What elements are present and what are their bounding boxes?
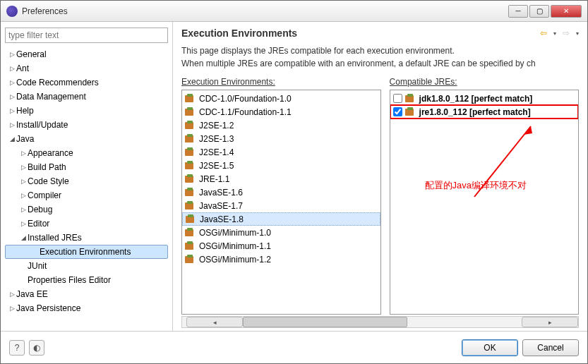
env-row[interactable]: JavaSE-1.6 — [182, 186, 380, 199]
collapse-icon[interactable]: ◢ — [19, 234, 28, 241]
back-menu-icon[interactable]: ▾ — [553, 30, 556, 37]
env-row[interactable]: J2SE-1.3 — [182, 132, 380, 145]
tree-item-build-path[interactable]: ▷Build Path — [5, 160, 168, 174]
library-icon — [185, 107, 196, 117]
jre-icon — [405, 107, 416, 117]
tree-item-help[interactable]: ▷Help — [5, 104, 168, 118]
tree-item-compiler[interactable]: ▷Compiler — [5, 188, 168, 202]
env-label: OSGi/Minimum-1.1 — [199, 241, 271, 251]
tree-item-appearance[interactable]: ▷Appearance — [5, 146, 168, 160]
tree-item-install-update[interactable]: ▷Install/Update — [5, 118, 168, 132]
env-row[interactable]: CDC-1.0/Foundation-1.0 — [182, 92, 380, 105]
env-row[interactable]: OSGi/Minimum-1.2 — [182, 253, 380, 266]
expand-icon[interactable]: ▷ — [8, 93, 16, 100]
tree-item-label: Install/Update — [16, 120, 68, 130]
tree-item-editor[interactable]: ▷Editor — [5, 217, 168, 231]
titlebar[interactable]: Preferences ─ ▢ ✕ — [1, 1, 587, 22]
env-label: JavaSE-1.8 — [200, 214, 244, 224]
tree-item-debug[interactable]: ▷Debug — [5, 202, 168, 217]
tree-item-java-ee[interactable]: ▷Java EE — [5, 287, 168, 301]
expand-icon[interactable]: ▷ — [8, 79, 16, 86]
expand-icon[interactable]: ▷ — [19, 178, 28, 185]
jre-row[interactable]: jdk1.8.0_112 [perfect match] — [390, 92, 578, 105]
expand-icon[interactable]: ▷ — [8, 305, 16, 312]
page-title: Execution Environments — [181, 28, 538, 39]
tree-item-ant[interactable]: ▷Ant — [5, 61, 168, 75]
tree-item-label: Java — [16, 134, 34, 144]
expand-icon[interactable]: ▷ — [19, 206, 28, 213]
back-icon[interactable]: ⇦ — [538, 28, 549, 39]
tree-item-execution-environments[interactable]: Execution Environments — [5, 245, 168, 259]
tree-item-label: Data Management — [16, 92, 86, 102]
env-label: J2SE-1.2 — [199, 121, 234, 131]
scroll-right-icon[interactable]: ▸ — [522, 317, 578, 327]
env-label: CDC-1.1/Foundation-1.1 — [199, 107, 292, 117]
ok-button[interactable]: OK — [462, 339, 518, 356]
horizontal-scrollbar[interactable]: ◂ ▸ — [181, 316, 579, 328]
env-row[interactable]: JRE-1.1 — [182, 172, 380, 186]
tree-item-data-management[interactable]: ▷Data Management — [5, 90, 168, 104]
env-row[interactable]: JavaSE-1.7 — [182, 199, 380, 212]
tree-item-label: Java EE — [16, 289, 48, 299]
env-label: JRE-1.1 — [199, 174, 229, 184]
tree-item-code-style[interactable]: ▷Code Style — [5, 174, 168, 188]
import-export-button[interactable]: ◐ — [29, 340, 44, 356]
expand-icon[interactable]: ▷ — [8, 107, 16, 114]
sidebar: ▷General▷Ant▷Code Recommenders▷Data Mana… — [1, 22, 173, 331]
env-label: OSGi/Minimum-1.0 — [199, 228, 271, 238]
expand-icon[interactable]: ▷ — [8, 121, 16, 128]
env-row[interactable]: J2SE-1.4 — [182, 145, 380, 159]
tree-item-java[interactable]: ◢Java — [5, 132, 168, 146]
jre-list[interactable]: jdk1.8.0_112 [perfect match]jre1.8.0_112… — [390, 90, 579, 315]
env-row[interactable]: OSGi/Minimum-1.1 — [182, 239, 380, 253]
jre-checkbox[interactable] — [393, 107, 402, 116]
minimize-button[interactable]: ─ — [508, 5, 528, 18]
cancel-button[interactable]: Cancel — [522, 339, 579, 356]
library-icon — [185, 188, 196, 198]
scroll-left-icon[interactable]: ◂ — [186, 317, 243, 327]
expand-icon[interactable]: ▷ — [19, 192, 28, 199]
help-button[interactable]: ? — [9, 340, 25, 356]
maximize-button[interactable]: ▢ — [529, 5, 549, 18]
expand-icon[interactable]: ▷ — [19, 220, 28, 227]
forward-menu-icon[interactable]: ▾ — [576, 30, 579, 37]
expand-icon[interactable]: ▷ — [8, 51, 16, 58]
category-tree[interactable]: ▷General▷Ant▷Code Recommenders▷Data Mana… — [5, 47, 168, 325]
tree-item-general[interactable]: ▷General — [5, 47, 168, 61]
jre-list-label: Compatible JREs: — [390, 77, 579, 87]
env-row[interactable]: CDC-1.1/Foundation-1.1 — [182, 105, 380, 119]
expand-icon[interactable]: ▷ — [8, 291, 16, 298]
tree-item-label: Build Path — [28, 162, 66, 172]
library-icon — [185, 174, 196, 184]
expand-icon[interactable]: ▷ — [8, 65, 16, 72]
scroll-thumb[interactable] — [243, 317, 407, 327]
env-label: J2SE-1.3 — [199, 134, 234, 144]
jre-icon — [405, 94, 416, 104]
filter-input[interactable] — [5, 28, 168, 43]
env-row[interactable]: J2SE-1.5 — [182, 159, 380, 172]
expand-icon[interactable]: ▷ — [19, 164, 28, 171]
library-icon — [185, 121, 196, 131]
collapse-icon[interactable]: ◢ — [8, 135, 16, 142]
library-icon — [185, 147, 196, 157]
env-label: CDC-1.0/Foundation-1.0 — [199, 94, 292, 104]
close-button[interactable]: ✕ — [551, 5, 582, 18]
jre-row[interactable]: jre1.8.0_112 [perfect match] — [390, 105, 578, 119]
forward-icon[interactable]: ⇨ — [560, 28, 572, 39]
tree-item-label: Installed JREs — [28, 233, 82, 243]
library-icon — [185, 228, 196, 238]
tree-item-properties-files-editor[interactable]: Properties Files Editor — [5, 273, 168, 287]
tree-item-java-persistence[interactable]: ▷Java Persistence — [5, 301, 168, 315]
env-row[interactable]: OSGi/Minimum-1.0 — [182, 226, 380, 239]
env-row[interactable]: JavaSE-1.8 — [182, 212, 380, 226]
jre-checkbox[interactable] — [393, 94, 402, 103]
env-list[interactable]: CDC-1.0/Foundation-1.0CDC-1.1/Foundation… — [181, 90, 381, 315]
jre-label: jdk1.8.0_112 [perfect match] — [419, 94, 533, 104]
tree-item-junit[interactable]: JUnit — [5, 259, 168, 273]
env-row[interactable]: J2SE-1.2 — [182, 119, 380, 132]
tree-item-installed-jres[interactable]: ◢Installed JREs — [5, 231, 168, 245]
jre-label: jre1.8.0_112 [perfect match] — [419, 107, 531, 117]
expand-icon[interactable]: ▷ — [19, 150, 28, 157]
tree-item-code-recommenders[interactable]: ▷Code Recommenders — [5, 75, 168, 90]
library-icon — [185, 255, 196, 265]
